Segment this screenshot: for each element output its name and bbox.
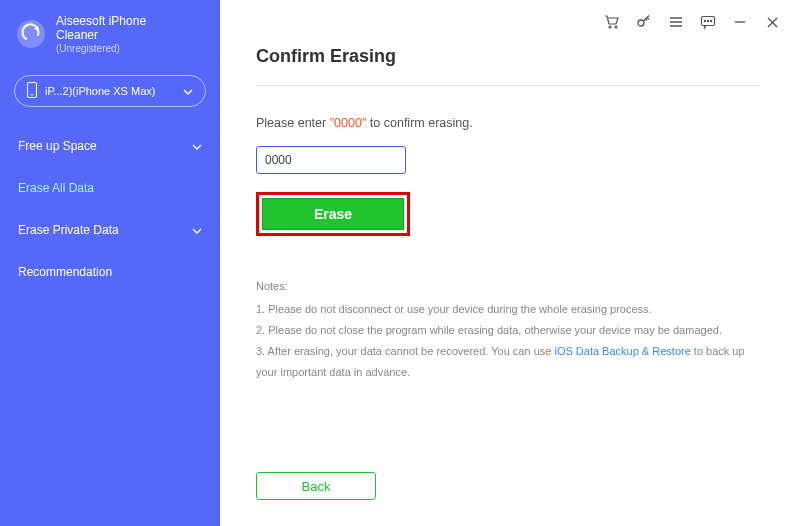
device-selector[interactable]: iP...2)(iPhone XS Max) [14, 75, 206, 107]
svg-point-3 [609, 26, 611, 28]
note-2: 2. Please do not close the program while… [256, 320, 760, 341]
content: Confirm Erasing Please enter "0000" to c… [220, 44, 800, 456]
minimize-icon[interactable] [732, 14, 748, 30]
note-1: 1. Please do not disconnect or use your … [256, 299, 760, 320]
page-title: Confirm Erasing [256, 46, 760, 67]
svg-point-8 [707, 20, 708, 21]
feedback-icon[interactable] [700, 14, 716, 30]
divider [256, 85, 760, 86]
erase-highlight-box: Erase [256, 192, 410, 236]
chevron-down-icon [192, 140, 202, 152]
cart-icon[interactable] [604, 14, 620, 30]
main-area: Confirm Erasing Please enter "0000" to c… [220, 0, 800, 526]
chevron-down-icon [192, 224, 202, 236]
nav-label: Erase All Data [18, 181, 94, 195]
brand-title: Aiseesoft iPhone [56, 14, 146, 28]
nav-erase-all-data[interactable]: Erase All Data [0, 167, 220, 209]
back-button[interactable]: Back [256, 472, 376, 500]
nav-recommendation[interactable]: Recommendation [0, 251, 220, 293]
notes-block: Notes: 1. Please do not disconnect or us… [256, 276, 760, 382]
nav-free-up-space[interactable]: Free up Space [0, 125, 220, 167]
ios-backup-link[interactable]: iOS Data Backup & Restore [554, 345, 690, 357]
instruction-code: "0000" [330, 116, 367, 130]
chevron-down-icon [183, 85, 193, 97]
sidebar: Aiseesoft iPhone Cleaner (Unregistered) … [0, 0, 220, 526]
note-3-pre: 3. After erasing, your data cannot be re… [256, 345, 554, 357]
instruction-pre: Please enter [256, 116, 330, 130]
svg-rect-2 [31, 94, 34, 95]
svg-point-5 [638, 20, 644, 26]
nav-erase-private-data[interactable]: Erase Private Data [0, 209, 220, 251]
footer: Back [220, 456, 800, 526]
instruction-text: Please enter "0000" to confirm erasing. [256, 116, 760, 130]
nav-label: Recommendation [18, 265, 112, 279]
svg-point-9 [710, 20, 711, 21]
note-3: 3. After erasing, your data cannot be re… [256, 341, 760, 383]
phone-icon [27, 82, 37, 100]
instruction-post: to confirm erasing. [366, 116, 472, 130]
brand-subtitle: Cleaner [56, 28, 146, 42]
app-logo-icon [16, 19, 46, 49]
nav-label: Free up Space [18, 139, 97, 153]
menu-icon[interactable] [668, 14, 684, 30]
svg-point-4 [615, 26, 617, 28]
brand-status: (Unregistered) [56, 43, 146, 55]
titlebar [220, 0, 800, 44]
confirm-code-input[interactable] [256, 146, 406, 174]
close-icon[interactable] [764, 14, 780, 30]
nav-label: Erase Private Data [18, 223, 119, 237]
device-label: iP...2)(iPhone XS Max) [45, 85, 155, 97]
notes-title: Notes: [256, 276, 760, 297]
svg-point-7 [704, 20, 705, 21]
brand-block: Aiseesoft iPhone Cleaner (Unregistered) [0, 14, 220, 69]
erase-button[interactable]: Erase [262, 198, 404, 230]
key-icon[interactable] [636, 14, 652, 30]
